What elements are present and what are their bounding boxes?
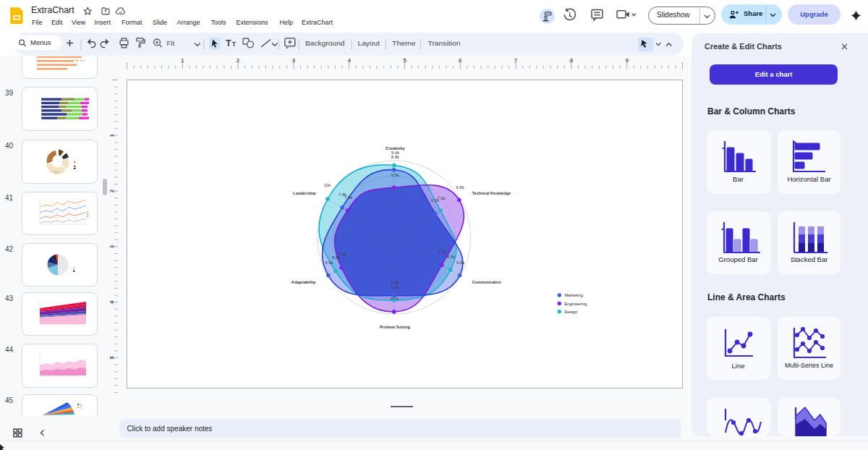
svg-text:8: 8 [570, 57, 574, 64]
svg-text:2: 2 [237, 57, 240, 64]
svg-text:Layout: Layout [358, 39, 380, 47]
svg-text:Transition: Transition [428, 39, 461, 47]
svg-text:Total: Total [54, 171, 59, 174]
svg-text:7: 7 [514, 57, 518, 64]
svg-text:T: T [226, 38, 231, 48]
svg-text:3: 3 [109, 245, 115, 248]
svg-text:5: 5 [109, 356, 115, 360]
svg-text:8.2k: 8.2k [391, 285, 399, 289]
svg-text:9.9k: 9.9k [325, 260, 333, 265]
svg-text:T: T [232, 40, 237, 48]
svg-text:1: 1 [109, 134, 115, 137]
svg-text:7.0k: 7.0k [344, 195, 353, 200]
svg-text:Engineering: Engineering [565, 302, 587, 306]
svg-text:5: 5 [403, 57, 407, 64]
svg-text:6: 6 [459, 57, 462, 64]
svg-text:Adaptability: Adaptability [292, 279, 317, 284]
svg-text:3: 3 [292, 57, 296, 64]
svg-text:Marketing: Marketing [565, 293, 583, 297]
svg-text:9: 9 [625, 57, 629, 64]
svg-text:Technical Knowledge: Technical Knowledge [472, 190, 511, 195]
svg-text:8.8k: 8.8k [332, 255, 341, 260]
svg-text:Background: Background [305, 39, 345, 47]
svg-text:Problem Solving: Problem Solving [380, 324, 410, 329]
svg-text:9.4k: 9.4k [391, 150, 400, 155]
svg-text:Fit: Fit [167, 39, 175, 47]
svg-text:Creativity: Creativity [386, 145, 406, 150]
svg-text:6.2k: 6.2k [431, 198, 440, 203]
svg-text:10k: 10k [323, 183, 331, 187]
svg-text:7.2k: 7.2k [438, 250, 447, 254]
svg-text:Design: Design [565, 310, 578, 314]
svg-text:6.5k: 6.5k [391, 173, 400, 177]
svg-text:Theme: Theme [392, 39, 416, 47]
svg-text:2: 2 [109, 189, 115, 192]
svg-text:8.8k: 8.8k [391, 155, 400, 159]
svg-text:Sales: Sales [80, 59, 85, 62]
svg-text:B: B [80, 406, 82, 409]
svg-text:Leadership: Leadership [293, 190, 316, 195]
svg-text:9.9k: 9.9k [456, 260, 465, 265]
svg-text:4: 4 [347, 57, 351, 64]
svg-text:9.7k: 9.7k [391, 297, 399, 301]
svg-text:9.8k: 9.8k [456, 185, 464, 190]
svg-text:8.5k: 8.5k [447, 255, 456, 259]
svg-text:4: 4 [109, 300, 115, 304]
svg-text:Communication: Communication [472, 279, 501, 284]
svg-text:1: 1 [181, 57, 184, 64]
